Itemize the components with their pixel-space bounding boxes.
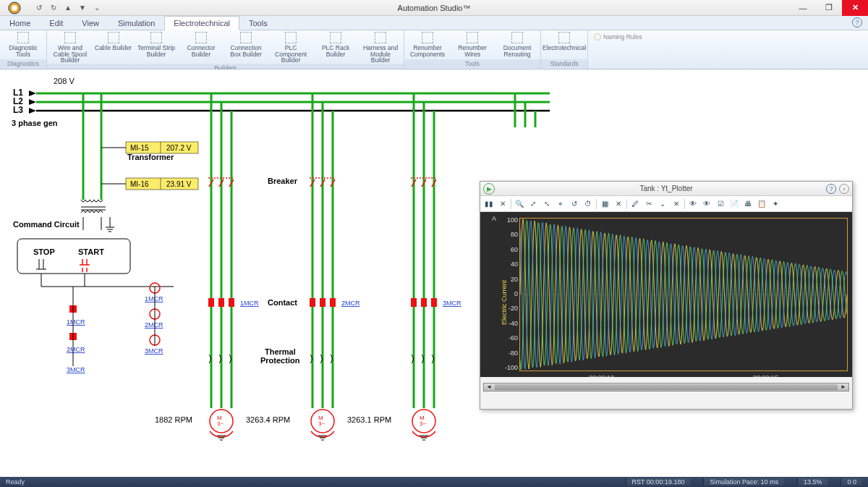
- contact-label: Contact: [268, 298, 297, 307]
- measurement-mi15[interactable]: MI-15 207.2 V: [126, 142, 198, 153]
- motor3-rpm: 3263.1 RPM: [347, 415, 391, 424]
- help-icon[interactable]: ?: [852, 17, 862, 27]
- plot-canvas[interactable]: [519, 218, 848, 371]
- ribbon-connector-builder[interactable]: Connector Builder: [181, 32, 221, 57]
- ribbon-group-diagnostics: Diagnostic Tools Diagnostics: [0, 30, 47, 69]
- plotter-tool-8[interactable]: ▦: [599, 198, 610, 210]
- naming-rules-icon: [594, 33, 601, 41]
- plotter-panel[interactable]: ▶ Tank : Yt_Plotter ? › ▮▮✕🔍⤢⤡⌖↺⏱▦✕🖉✂⌄✕👁…: [480, 181, 853, 410]
- transformer-text: Transformer: [127, 153, 174, 161]
- motor-branch-2[interactable]: 2MCR M3~: [310, 93, 360, 440]
- plotter-collapse-icon[interactable]: ›: [839, 184, 849, 194]
- phase-l3-label: L3: [13, 105, 23, 115]
- tab-edit[interactable]: Edit: [40, 16, 72, 30]
- qat-up-icon[interactable]: ▲: [62, 2, 74, 14]
- waveform-chart: [520, 219, 847, 370]
- qat-down-icon[interactable]: ▼: [77, 2, 88, 14]
- measurement-mi16[interactable]: MI-16 23.91 V: [126, 178, 198, 190]
- svg-text:2MCR: 2MCR: [67, 346, 85, 353]
- plotter-run-icon[interactable]: ▶: [483, 183, 495, 195]
- scroll-right-icon[interactable]: ►: [838, 384, 848, 391]
- ribbon-document-rerouting[interactable]: Document Rerouting: [497, 32, 537, 57]
- plotter-tool-4[interactable]: ⤡: [541, 198, 553, 210]
- ribbon-electrotechnical-standard[interactable]: Electrotechnical: [544, 32, 584, 51]
- plotter-tool-19[interactable]: 📋: [756, 198, 767, 210]
- ribbon-harness-module-builder[interactable]: Harness and Module Builder: [360, 32, 401, 64]
- ribbon-connection-box-builder[interactable]: Connection Box Builder: [226, 32, 266, 57]
- ladder-coils[interactable]: 1MCR 2MCR 3MCR: [145, 283, 163, 355]
- scroll-thumb[interactable]: [495, 384, 838, 390]
- cable-icon: [108, 32, 119, 43]
- svg-text:3~: 3~: [420, 420, 426, 427]
- ribbon-cable-builder[interactable]: Cable Builder: [95, 32, 132, 51]
- svg-rect-64: [310, 298, 315, 307]
- ribbon-diagnostic-tools[interactable]: Diagnostic Tools: [3, 32, 43, 57]
- ribbon-group-label: Standards: [541, 59, 587, 68]
- svg-rect-51: [218, 298, 224, 307]
- plotter-tool-12[interactable]: ⌄: [657, 198, 668, 210]
- tab-simulation[interactable]: Simulation: [109, 16, 164, 30]
- tab-tools[interactable]: Tools: [239, 16, 277, 30]
- window-minimize-button[interactable]: —: [790, 0, 816, 16]
- plot-scrollbar[interactable]: ◄ ►: [483, 383, 849, 391]
- plotter-tool-7[interactable]: ⏱: [582, 198, 594, 210]
- status-pace: Simulation Pace: 10 ms: [703, 478, 784, 486]
- tab-electrotechnical[interactable]: Electrotechnical: [164, 16, 239, 30]
- window-maximize-button[interactable]: ❐: [816, 0, 842, 16]
- phase-arrow-icon: [29, 99, 36, 105]
- ribbon-group-tools: Renumber Components Renumber Wires Docum…: [404, 30, 541, 69]
- start-label: START: [78, 247, 104, 256]
- scroll-left-icon[interactable]: ◄: [484, 384, 494, 391]
- ribbon-terminal-strip-builder[interactable]: Terminal Strip Builder: [136, 32, 176, 57]
- ribbon-plc-rack-builder[interactable]: PLC Rack Builder: [315, 32, 356, 57]
- plotter-tool-20[interactable]: ✦: [770, 198, 781, 210]
- plotter-tool-15[interactable]: 👁: [701, 198, 712, 210]
- titlebar: ↺ ↻ ▲ ▼ ⌄ Automation Studio™ — ❐ ✕: [0, 0, 868, 16]
- plotter-tool-16[interactable]: ☑: [715, 198, 726, 210]
- ladder-contacts[interactable]: 1MCR 2MCR 3MCR: [67, 305, 85, 373]
- toolbar-separator: [511, 199, 511, 209]
- status-zoom[interactable]: 13.5%: [797, 478, 828, 486]
- motor-branch-3[interactable]: 3MCR M3~: [411, 93, 461, 440]
- plotter-tool-0[interactable]: ▮▮: [483, 198, 495, 210]
- app-logo[interactable]: [0, 1, 29, 14]
- transformer-branch[interactable]: [81, 93, 114, 232]
- plotter-tool-11[interactable]: ✂: [643, 198, 655, 210]
- plotter-tool-13[interactable]: ✕: [671, 198, 682, 210]
- breaker-label: Breaker: [268, 177, 298, 185]
- plotter-titlebar[interactable]: ▶ Tank : Yt_Plotter ? ›: [480, 182, 852, 196]
- window-close-button[interactable]: ✕: [842, 0, 868, 16]
- tab-view[interactable]: View: [72, 16, 109, 30]
- motor-branch-1[interactable]: 1MCR M3~: [208, 93, 259, 440]
- plotter-help-icon[interactable]: ?: [826, 184, 836, 194]
- stop-label: STOP: [33, 247, 55, 256]
- plc-rack-icon: [330, 32, 341, 43]
- svg-text:3MCR: 3MCR: [443, 300, 461, 307]
- svg-text:2MCR: 2MCR: [341, 300, 360, 307]
- qat-redo-icon[interactable]: ↻: [48, 2, 59, 14]
- svg-text:1MCR: 1MCR: [67, 318, 85, 326]
- plotter-tool-14[interactable]: 👁: [687, 198, 699, 210]
- qat-dropdown-icon[interactable]: ⌄: [91, 2, 103, 14]
- ribbon-renumber-wires[interactable]: Renumber Wires: [452, 32, 493, 57]
- ribbon-renumber-components[interactable]: Renumber Components: [407, 32, 448, 57]
- phase-arrow-icon: [29, 108, 36, 114]
- plotter-tool-10[interactable]: 🖉: [629, 198, 641, 210]
- plotter-tool-5[interactable]: ⌖: [555, 198, 566, 210]
- ribbon-naming-rules[interactable]: Naming Rules: [588, 30, 647, 69]
- terminal-strip-icon: [150, 32, 162, 43]
- plotter-tool-18[interactable]: 🖶: [742, 198, 754, 210]
- tab-home[interactable]: Home: [0, 16, 40, 30]
- wire-spool-icon: [64, 32, 76, 43]
- plotter-tool-1[interactable]: ✕: [497, 198, 509, 210]
- ribbon-plc-component-builder[interactable]: PLC Component Builder: [271, 32, 311, 64]
- ribbon-wire-cable-spool-builder[interactable]: Wire and Cable Spool Builder: [50, 32, 90, 64]
- qat-undo-icon[interactable]: ↺: [33, 2, 45, 14]
- plotter-tool-6[interactable]: ↺: [569, 198, 580, 210]
- plotter-tool-9[interactable]: ✕: [613, 198, 624, 210]
- plotter-tool-17[interactable]: 📄: [728, 198, 740, 210]
- plotter-tool-3[interactable]: ⤢: [527, 198, 539, 210]
- thermal-label: ThermalProtection: [260, 347, 300, 365]
- svg-text:2MCR: 2MCR: [145, 321, 163, 329]
- plotter-tool-2[interactable]: 🔍: [514, 198, 525, 210]
